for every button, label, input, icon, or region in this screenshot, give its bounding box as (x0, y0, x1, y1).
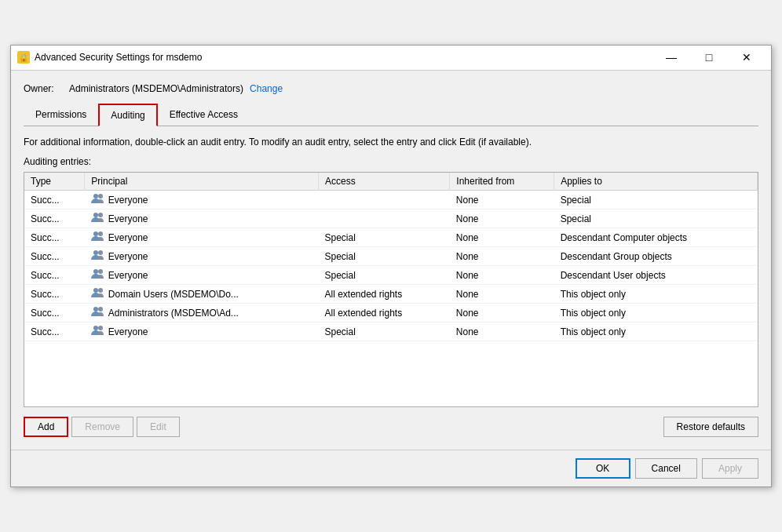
user-group-icon (91, 212, 105, 225)
title-bar-buttons: — □ ✕ (653, 45, 765, 70)
principal-name: Administrators (MSDEMO\Ad... (108, 308, 239, 319)
cell-principal: Everyone (85, 266, 319, 284)
owner-label: Owner: (24, 83, 63, 94)
cell-type: Succ... (24, 285, 85, 304)
cell-applies-to: Descendant Group objects (554, 247, 758, 266)
cell-principal: Everyone (85, 322, 319, 341)
cell-type: Succ... (24, 322, 85, 341)
table-row[interactable]: Succ... EveryoneNoneSpecial (24, 191, 758, 210)
svg-point-9 (98, 269, 103, 274)
principal-name: Domain Users (MSDEMO\Do... (108, 289, 239, 300)
info-text: For additional information, double-click… (24, 136, 758, 149)
cell-inherited-from: None (450, 210, 554, 228)
col-applies-to: Applies to (554, 173, 758, 191)
cell-inherited-from: None (450, 285, 554, 304)
table-row[interactable]: Succ... EveryoneSpecialNoneDescendant Gr… (24, 247, 758, 266)
cancel-button[interactable]: Cancel (635, 458, 697, 479)
cell-principal: Everyone (85, 191, 319, 209)
main-window: 🔒 Advanced Security Settings for msdemo … (10, 45, 772, 488)
svg-point-10 (93, 288, 98, 293)
cell-type: Succ... (24, 210, 85, 228)
table-row[interactable]: Succ... EveryoneNoneSpecial (24, 210, 758, 228)
auditing-entries-table[interactable]: Type Principal Access Inherited from App… (24, 172, 758, 407)
cell-inherited-from: None (450, 322, 554, 341)
table-row[interactable]: Succ... EveryoneSpecialNoneDescendant Co… (24, 228, 758, 247)
button-row: Add Remove Edit Restore defaults (24, 417, 758, 437)
minimize-button[interactable]: — (653, 45, 689, 70)
cell-inherited-from: None (450, 266, 554, 285)
bottom-bar: OK Cancel Apply (11, 450, 771, 486)
svg-point-13 (98, 307, 103, 312)
cell-applies-to: Descendant Computer objects (554, 228, 758, 247)
window-title: Advanced Security Settings for msdemo (35, 52, 653, 63)
cell-applies-to: Special (554, 191, 758, 210)
svg-point-8 (93, 269, 98, 274)
col-type: Type (24, 173, 85, 191)
owner-value: Administrators (MSDEMO\Administrators) (69, 83, 243, 94)
svg-point-11 (98, 288, 103, 293)
cell-type: Succ... (24, 228, 85, 247)
window-icon: 🔒 (17, 51, 30, 64)
cell-inherited-from: None (450, 304, 554, 322)
user-group-icon (91, 231, 105, 244)
table-header-row: Type Principal Access Inherited from App… (24, 173, 758, 191)
cell-access: Special (318, 266, 449, 285)
cell-principal: Everyone (85, 247, 319, 265)
title-bar: 🔒 Advanced Security Settings for msdemo … (11, 46, 771, 71)
cell-access: All extended rights (318, 304, 449, 322)
cell-principal: Everyone (85, 228, 319, 246)
tab-permissions[interactable]: Permissions (24, 104, 98, 126)
principal-name: Everyone (108, 213, 148, 224)
cell-applies-to: Special (554, 210, 758, 228)
tab-effective-access[interactable]: Effective Access (158, 104, 250, 126)
tab-auditing[interactable]: Auditing (98, 104, 157, 126)
maximize-button[interactable]: □ (691, 45, 727, 70)
cell-applies-to: This object only (554, 322, 758, 341)
ok-button[interactable]: OK (576, 458, 630, 479)
user-group-icon (91, 325, 105, 338)
svg-point-0 (93, 194, 98, 199)
principal-name: Everyone (108, 232, 148, 243)
cell-inherited-from: None (450, 247, 554, 266)
add-button[interactable]: Add (24, 417, 68, 437)
cell-principal: Domain Users (MSDEMO\Do... (85, 285, 319, 303)
edit-button[interactable]: Edit (137, 417, 180, 437)
restore-defaults-button[interactable]: Restore defaults (663, 417, 758, 437)
apply-button[interactable]: Apply (702, 458, 758, 479)
cell-access (318, 210, 449, 228)
cell-access (318, 191, 449, 210)
tab-bar: Permissions Auditing Effective Access (24, 104, 758, 126)
table-row[interactable]: Succ... EveryoneSpecialNoneThis object o… (24, 322, 758, 341)
principal-name: Everyone (108, 326, 148, 337)
user-group-icon (91, 306, 105, 319)
svg-point-7 (98, 250, 103, 255)
user-group-icon (91, 250, 105, 263)
close-button[interactable]: ✕ (729, 45, 765, 70)
cell-principal: Administrators (MSDEMO\Ad... (85, 304, 319, 322)
cell-access: All extended rights (318, 285, 449, 304)
cell-type: Succ... (24, 266, 85, 285)
cell-type: Succ... (24, 247, 85, 266)
col-principal: Principal (85, 173, 319, 191)
remove-button[interactable]: Remove (71, 417, 133, 437)
svg-point-14 (93, 326, 98, 330)
table-row[interactable]: Succ... Domain Users (MSDEMO\Do...All ex… (24, 285, 758, 304)
cell-type: Succ... (24, 191, 85, 210)
principal-name: Everyone (108, 270, 148, 281)
cell-access: Special (318, 322, 449, 341)
cell-type: Succ... (24, 304, 85, 322)
cell-applies-to: Descendant User objects (554, 266, 758, 285)
svg-point-1 (98, 194, 103, 199)
cell-inherited-from: None (450, 191, 554, 210)
table-row[interactable]: Succ... EveryoneSpecialNoneDescendant Us… (24, 266, 758, 285)
table-row[interactable]: Succ... Administrators (MSDEMO\Ad...All … (24, 304, 758, 322)
cell-access: Special (318, 247, 449, 266)
svg-point-15 (98, 326, 103, 330)
svg-point-5 (98, 231, 103, 236)
svg-point-12 (93, 307, 98, 312)
user-group-icon (91, 287, 105, 301)
cell-access: Special (318, 228, 449, 247)
owner-change-link[interactable]: Change (250, 83, 283, 94)
col-inherited-from: Inherited from (450, 173, 554, 191)
svg-point-6 (93, 250, 98, 255)
